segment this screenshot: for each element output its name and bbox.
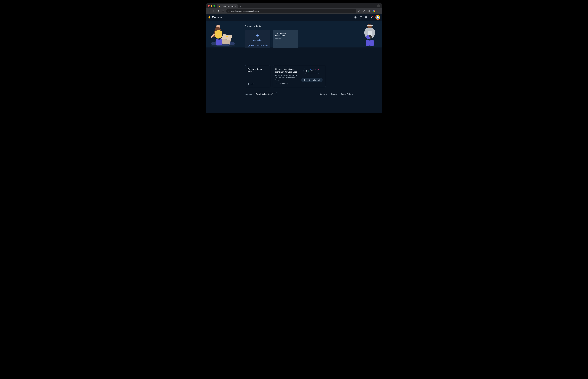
svg-rect-22 (216, 39, 219, 45)
analytics-icon (303, 79, 306, 81)
language-label: Language (245, 93, 252, 95)
svg-point-19 (210, 43, 235, 47)
firebase-logo-icon (208, 15, 211, 19)
tabs-dropdown-button[interactable] (377, 4, 380, 7)
hero-illustration-right-icon (359, 22, 380, 47)
footer-support-link[interactable]: Support (320, 93, 327, 95)
page-footer: Language English (United States) Support… (245, 92, 353, 96)
svg-point-6 (379, 11, 379, 11)
svg-line-15 (355, 18, 355, 18)
separator: · (329, 93, 329, 95)
notification-badge-icon (372, 16, 373, 17)
svg-point-20 (211, 41, 235, 46)
close-window-icon[interactable] (208, 5, 210, 7)
footer-privacy-link[interactable]: Privacy Policy (341, 93, 353, 95)
svg-rect-27 (369, 34, 372, 39)
nav-reload-button[interactable] (217, 9, 220, 13)
svg-point-21 (216, 25, 220, 30)
svg-point-24 (367, 24, 372, 29)
users-icon (313, 79, 316, 81)
svg-line-16 (356, 16, 356, 17)
tab-strip: Firebase console × ＋ (206, 3, 382, 8)
external-link-icon (326, 93, 327, 95)
labs-button[interactable] (362, 9, 366, 13)
hero-section: Recent projects Add project Explore a de… (206, 21, 382, 47)
containers-description: Apps in a project share features like Re… (275, 75, 299, 81)
svg-rect-28 (366, 40, 370, 47)
plus-icon (255, 33, 260, 38)
help-button[interactable] (359, 16, 362, 19)
toolbar-right-icons (357, 9, 381, 13)
side-panel-button[interactable] (367, 9, 371, 13)
body-section: Explore a demo project iOS+ Firebase pro… (245, 60, 353, 87)
ios-platform-label: iOS+ (250, 83, 254, 85)
address-bar[interactable]: https://console.firebase.google.com/ (226, 9, 357, 13)
compass-icon (248, 45, 250, 47)
platform-chip-row: iOS+ (304, 68, 320, 74)
separator: · (339, 93, 340, 95)
browser-menu-button[interactable] (377, 9, 381, 13)
gear-icon (308, 79, 311, 81)
url-text: https://console.firebase.google.com/ (231, 10, 259, 12)
fullscreen-window-icon[interactable] (214, 5, 215, 7)
learn-more-link[interactable]: Learn more (275, 82, 288, 84)
new-tab-button[interactable]: ＋ (239, 5, 242, 8)
containers-info-panel: Firebase projects are containers for you… (273, 65, 326, 87)
external-link-icon (336, 93, 338, 95)
nav-home-button[interactable] (221, 9, 225, 13)
minimize-window-icon[interactable] (211, 5, 212, 7)
project-id: crx-push (275, 37, 296, 39)
svg-point-7 (379, 11, 379, 12)
add-project-card: Add project Explore a demo project (245, 30, 270, 48)
site-info-icon[interactable] (227, 10, 229, 12)
firebase-favicon-icon (219, 5, 220, 7)
language-select[interactable]: English (United States) (254, 92, 277, 96)
notifications-button[interactable] (370, 16, 373, 19)
project-name: Chrome Push notifications (275, 32, 296, 37)
account-button[interactable] (376, 15, 380, 19)
brand-name: Firebase (212, 16, 222, 19)
svg-rect-4 (369, 10, 370, 12)
nav-forward-button[interactable] (212, 9, 216, 13)
browser-window: Firebase console × ＋ https://console.fir… (206, 3, 382, 113)
firebase-header: Firebase (206, 14, 382, 21)
chevron-down-icon (274, 94, 276, 95)
firebase-brand[interactable]: Firebase (208, 15, 222, 19)
theme-toggle-button[interactable] (354, 16, 357, 19)
nav-back-button[interactable] (207, 9, 211, 13)
browser-toolbar: https://console.firebase.google.com/ (206, 8, 382, 14)
external-link-icon (352, 93, 353, 95)
web-platform-icon (275, 44, 277, 46)
google-account-avatar-icon (376, 15, 380, 19)
project-card[interactable]: Chrome Push notifications crx-push (273, 30, 298, 48)
page-viewport: Firebase Recent projects (206, 14, 382, 113)
extensions-button[interactable] (357, 9, 361, 13)
browser-tab[interactable]: Firebase console × (217, 4, 238, 8)
explore-demo-panel[interactable]: Explore a demo project iOS+ (245, 65, 270, 87)
ios-chip-icon: iOS+ (310, 69, 314, 73)
macos-window-controls[interactable] (207, 3, 216, 8)
svg-rect-26 (366, 35, 370, 40)
external-link-icon (287, 83, 288, 84)
svg-point-5 (379, 10, 379, 10)
web-chip-icon (315, 69, 319, 73)
tab-close-icon[interactable]: × (235, 5, 236, 7)
android-chip-icon (305, 69, 309, 73)
explore-demo-title: Explore a demo project (248, 68, 268, 72)
language-value: English (United States) (255, 93, 273, 95)
explore-demo-button[interactable]: Explore a demo project (245, 43, 270, 48)
recent-projects-heading: Recent projects (245, 25, 353, 28)
explore-demo-label: Explore a demo project (251, 45, 268, 47)
docs-button[interactable] (365, 16, 368, 19)
containers-title: Firebase projects are containers for you… (275, 68, 299, 73)
svg-line-14 (356, 18, 356, 18)
android-icon (248, 83, 249, 85)
svg-rect-25 (367, 25, 373, 26)
profile-avatar-icon (373, 10, 375, 12)
svg-rect-29 (370, 40, 374, 47)
profile-button[interactable] (372, 9, 376, 13)
tab-title: Firebase console (222, 5, 234, 7)
footer-terms-link[interactable]: Terms (331, 93, 338, 95)
add-project-button[interactable]: Add project (245, 30, 270, 43)
services-row (301, 78, 323, 82)
